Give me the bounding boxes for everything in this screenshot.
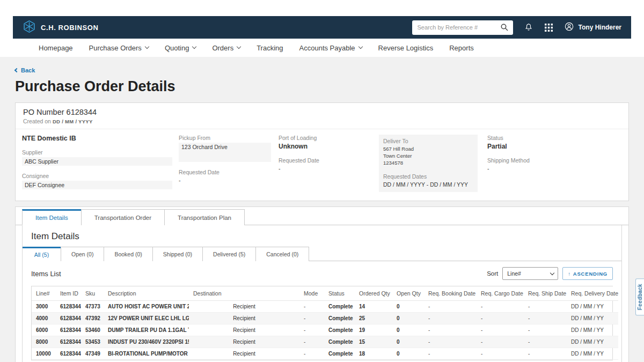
table-cell: -: [424, 313, 477, 324]
search-icon[interactable]: [500, 23, 509, 34]
table-cell: -: [524, 301, 567, 313]
table-cell: Complete: [324, 336, 355, 348]
items-list-bar: Items List Sort Line# ↑ ASCENDING: [23, 261, 621, 286]
chevron-left-icon: [14, 68, 19, 72]
table-cell: Recipient: [189, 348, 299, 360]
item-details-panel: Item Details All (5) Open (0) Booked (0)…: [22, 225, 622, 362]
status-label: Status: [487, 135, 622, 141]
table-cell: 0: [392, 301, 424, 313]
apps-grid-icon[interactable]: [544, 23, 553, 32]
table-row[interactable]: 10000612834447349BI-ROTATIONAL PUMP/MOTO…: [32, 348, 618, 360]
tab-item-details[interactable]: Item Details: [22, 209, 82, 225]
column-header: Destination: [189, 286, 299, 301]
search-input[interactable]: [412, 20, 513, 35]
table-cell: -: [524, 324, 567, 336]
supplier-label: Supplier: [22, 149, 179, 156]
section-heading: Item Details: [23, 225, 621, 247]
ascending-sort-button[interactable]: ↑ ASCENDING: [562, 267, 613, 280]
table-cell: -: [524, 313, 567, 324]
notifications-bell-icon[interactable]: [524, 23, 533, 32]
table-cell: 8000: [32, 336, 56, 348]
table-cell: -: [299, 348, 324, 360]
table-cell: BI-ROTATIONAL PUMP/MOTOR: [104, 348, 189, 360]
created-on-value: DD / MM / YYYY: [53, 119, 93, 124]
pickup-from-value: 123 Orchard Drive: [179, 143, 271, 162]
column-header: Description: [104, 286, 189, 301]
detail-tabs-card: Item Details Transportation Order Transp…: [15, 206, 629, 362]
column-header: Open Qty: [392, 286, 424, 301]
menu-item-label: Tracking: [257, 44, 283, 52]
menu-item-quoting[interactable]: Quoting: [165, 44, 196, 52]
back-link[interactable]: Back: [15, 67, 35, 73]
table-row[interactable]: 8000612834453453INDUST PU 230/460V 2320P…: [32, 336, 618, 348]
subtab-all[interactable]: All (5): [23, 247, 61, 261]
deliver-to-label: Deliver To: [383, 138, 473, 144]
po-col-deliver: Deliver To 567 Hill Road Town Center 123…: [379, 135, 487, 192]
menu-item-reverse-logistics[interactable]: Reverse Logistics: [378, 44, 434, 52]
chevron-down-icon: [358, 45, 362, 49]
items-table-head-row: Line#Item IDSkuDescriptionDestinationMod…: [32, 286, 618, 301]
menu-item-homepage[interactable]: Homepage: [39, 44, 73, 52]
menu-item-tracking[interactable]: Tracking: [257, 44, 283, 52]
menu-item-label: Quoting: [165, 44, 189, 52]
chevron-down-icon: [237, 45, 241, 49]
port-requested-date-value: -: [279, 165, 379, 172]
requested-dates-value: DD / MM / YYYY - DD / MM / YYY: [383, 181, 473, 188]
table-row[interactable]: 6000612834453460DUMP TRAILER PU DA 1.1GA…: [32, 324, 618, 336]
user-name: Tony Hinderer: [579, 24, 621, 31]
items-table: Line#Item IDSkuDescriptionDestinationMod…: [32, 286, 618, 360]
table-cell: 12V POWER UNIT ELEC LHL LG RES: [104, 313, 189, 324]
order-type: NTE Domestic IB: [22, 135, 179, 142]
table-row[interactable]: 400061283444739212V POWER UNIT ELEC LHL …: [32, 313, 618, 324]
table-row[interactable]: 3000612834447373AUTO HOIST AC POWER UNIT…: [32, 301, 618, 313]
table-cell: 6128344: [56, 324, 81, 336]
table-cell: 25: [355, 313, 392, 324]
table-cell: 0: [392, 313, 424, 324]
column-header: Req. Ship Date: [524, 286, 567, 301]
chevron-down-icon: [145, 45, 149, 49]
brand[interactable]: C.H. ROBINSON: [23, 20, 98, 35]
table-cell: Complete: [324, 301, 355, 313]
column-header: Item ID: [56, 286, 81, 301]
table-cell: 0: [392, 324, 424, 336]
tab-transportation-order[interactable]: Transportation Order: [81, 209, 165, 225]
table-cell: 47373: [81, 301, 104, 313]
tab-transportation-plan[interactable]: Transportation Plan: [164, 209, 245, 225]
column-header: Mode: [299, 286, 324, 301]
sort-select[interactable]: Line#: [502, 267, 558, 280]
chevron-down-icon: [192, 45, 196, 49]
subtab-open[interactable]: Open (0): [61, 247, 104, 261]
table-cell: 19: [355, 324, 392, 336]
table-cell: -: [299, 336, 324, 348]
subtab-shipped[interactable]: Shipped (0): [152, 247, 203, 261]
table-cell: DD / MM / YY: [567, 336, 618, 348]
table-cell: -: [477, 324, 524, 336]
user-menu[interactable]: Tony Hinderer: [564, 21, 621, 33]
table-cell: 0: [392, 348, 424, 360]
column-header: Req. Booking Date: [424, 286, 477, 301]
port-requested-date-label: Requested Date: [279, 157, 379, 164]
subtab-booked[interactable]: Booked (0): [104, 247, 152, 261]
menu-item-label: Accounts Payable: [299, 44, 355, 52]
status-value: Partial: [487, 143, 622, 150]
sort-select-wrap: Line#: [502, 267, 558, 280]
feedback-button[interactable]: Feedback: [635, 278, 644, 315]
table-cell: 15: [355, 336, 392, 348]
table-cell: Recipient: [189, 313, 299, 324]
table-cell: Complete: [324, 324, 355, 336]
menu-item-accounts-payable[interactable]: Accounts Payable: [299, 44, 362, 52]
table-cell: -: [477, 348, 524, 360]
created-on-label: Created on: [23, 118, 51, 124]
po-summary-card: PO Number 6128344 Created on DD / MM / Y…: [15, 102, 629, 201]
subtab-delivered[interactable]: Delivered (5): [202, 247, 256, 261]
table-cell: DD / MM / YY: [567, 313, 618, 324]
table-cell: INDUST PU 230/460V 2320PSI 15: [104, 336, 189, 348]
items-table-wrap: Line#Item IDSkuDescriptionDestinationMod…: [31, 286, 613, 360]
page-title: Purchase Order Details: [15, 78, 629, 95]
menu-item-purchase-orders[interactable]: Purchase Orders: [89, 44, 149, 52]
column-header: Line#: [32, 286, 56, 301]
subtab-canceled[interactable]: Canceled (0): [255, 247, 309, 261]
deliver-to-line: Town Center: [383, 153, 473, 160]
menu-item-orders[interactable]: Orders: [212, 44, 240, 52]
menu-item-reports[interactable]: Reports: [449, 44, 474, 52]
